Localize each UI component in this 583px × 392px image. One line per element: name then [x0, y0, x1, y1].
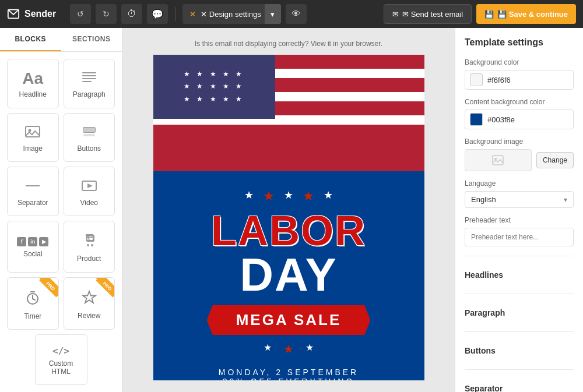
block-image-label: Image [23, 144, 43, 153]
preheader-section: Preheader text [465, 216, 574, 246]
right-panel: Template settings Background color #f6f6… [455, 28, 583, 392]
labor-text: LABOR [177, 210, 401, 252]
tab-sections[interactable]: SECTIONS [61, 28, 122, 51]
banner-text: MEGA SALE [236, 311, 342, 329]
blocks-grid: Aa Headline Paragraph Image [0, 52, 122, 392]
design-settings-button[interactable]: ✕ ✕ Design settings ▾ [182, 4, 281, 24]
image-placeholder-icon [492, 155, 504, 165]
undo-button[interactable]: ↺ [70, 4, 91, 24]
block-social-label: Social [23, 250, 43, 258]
svg-rect-5 [26, 126, 40, 137]
preheader-input[interactable] [465, 228, 574, 246]
send-test-button[interactable]: ✉ ✉ Send test email [384, 4, 472, 24]
app-logo: Sender [7, 8, 56, 20]
flag-stars: ★ ★ ★ ★ ★★ ★ ★ ★ ★★ ★ ★ ★ ★ [184, 68, 244, 106]
product-icon [81, 232, 97, 251]
comment-button[interactable]: 💬 [147, 4, 168, 24]
block-paragraph[interactable]: Paragraph [64, 59, 115, 108]
main-layout: BLOCKS SECTIONS Aa Headline Paragraph [0, 28, 583, 392]
headline-icon: Aa [22, 70, 43, 87]
block-custom-html[interactable]: </> Custom HTML [35, 334, 87, 385]
day-text: DAY [177, 252, 401, 298]
block-buttons[interactable]: Buttons [64, 113, 115, 163]
star-bottom-3: ★ [305, 342, 314, 356]
bg-color-swatch[interactable] [470, 73, 483, 86]
block-headline[interactable]: Aa Headline [7, 59, 59, 108]
divider-4 [465, 369, 574, 370]
block-separator[interactable]: Separator [7, 167, 59, 216]
stars-row-bottom: ★ ★ ★ [177, 342, 401, 356]
paragraph-icon [81, 70, 97, 87]
mega-sale-banner: MEGA SALE [177, 305, 401, 335]
preheader-bar: Is this email not displaying correctly? … [195, 40, 382, 48]
tab-blocks[interactable]: BLOCKS [0, 28, 61, 51]
block-social[interactable]: f in ▶ Social [7, 221, 59, 273]
logo-icon [7, 8, 20, 20]
undo-icon: ↺ [77, 9, 84, 19]
history-button[interactable]: ⏱ [121, 4, 142, 24]
svg-rect-9 [83, 134, 95, 136]
save-icon: 💾 [484, 10, 494, 19]
block-review[interactable]: PRO Review [64, 277, 115, 330]
star-white-3: ★ [324, 189, 333, 204]
block-buttons-label: Buttons [77, 144, 101, 153]
content-bg-row[interactable]: #003f8e [465, 110, 574, 129]
bg-image-section: Background image Change [465, 137, 574, 171]
block-video[interactable]: Video [64, 167, 115, 216]
star-white-1: ★ [244, 189, 254, 204]
block-product[interactable]: Product [64, 221, 115, 273]
block-image[interactable]: Image [7, 113, 59, 163]
divider-2 [465, 294, 574, 294]
svg-rect-4 [82, 81, 92, 82]
svg-point-6 [29, 129, 31, 132]
star-red-1: ★ [263, 189, 275, 204]
bg-image-row: Change [465, 149, 574, 171]
block-paragraph-label: Paragraph [73, 90, 106, 98]
language-label: Language [465, 179, 574, 188]
block-timer-label: Timer [24, 312, 41, 320]
bg-image-change-button[interactable]: Change [536, 152, 574, 168]
email-date: MONDAY, 2 SEPTEMBER [177, 368, 401, 377]
block-review-label: Review [78, 312, 100, 320]
divider-3 [465, 331, 574, 332]
headlines-link[interactable]: Headlines [465, 266, 574, 284]
bg-image-placeholder [465, 149, 532, 171]
language-section: Language English ▾ [465, 179, 574, 208]
email-offer: 30% OFF EVERYTHING [177, 377, 401, 380]
paragraph-link[interactable]: Paragraph [465, 303, 574, 322]
content-bg-section: Content background color #003f8e [465, 98, 574, 129]
app-name: Sender [24, 9, 56, 19]
chevron-down-icon: ▾ [265, 4, 281, 24]
comment-icon: 💬 [152, 9, 163, 20]
language-select[interactable]: English ▾ [465, 191, 574, 208]
content-bg-swatch[interactable] [470, 113, 483, 126]
buttons-link[interactable]: Buttons [465, 341, 574, 360]
save-continue-button[interactable]: 💾 💾 Save & continue [476, 4, 576, 24]
preheader-label: Preheader text [465, 216, 574, 224]
bg-color-row[interactable]: #f6f6f6 [465, 70, 574, 90]
star-red-2: ★ [303, 189, 314, 204]
separator-icon [24, 179, 41, 195]
design-settings-x-icon: ✕ [189, 10, 196, 19]
bg-image-label: Background image [465, 137, 574, 146]
svg-rect-1 [82, 72, 96, 73]
flag-canton: ★ ★ ★ ★ ★★ ★ ★ ★ ★★ ★ ★ ★ ★ [153, 55, 275, 119]
email-body: ★ ★ ★ ★ ★ LABOR DAY MEGA SALE [153, 171, 424, 380]
banner-background: MEGA SALE [207, 305, 371, 335]
preview-button[interactable]: 👁 [286, 4, 307, 24]
video-icon [81, 179, 97, 195]
language-value: English [471, 195, 496, 204]
svg-rect-2 [82, 75, 96, 76]
right-panel-title: Template settings [465, 37, 574, 48]
save-label: 💾 Save & continue [497, 10, 568, 19]
social-icon: f in ▶ [17, 237, 48, 246]
bg-color-section: Background color #f6f6f6 [465, 58, 574, 90]
block-timer[interactable]: PRO Timer [7, 277, 59, 330]
separator-link[interactable]: Separator [465, 379, 574, 392]
svg-point-14 [87, 244, 89, 246]
content-bg-value: #003f8e [487, 115, 568, 124]
redo-button[interactable]: ↻ [96, 4, 117, 24]
review-pro-badge: PRO [91, 278, 114, 301]
star-bottom-1: ★ [264, 342, 272, 356]
eye-icon: 👁 [292, 9, 301, 19]
